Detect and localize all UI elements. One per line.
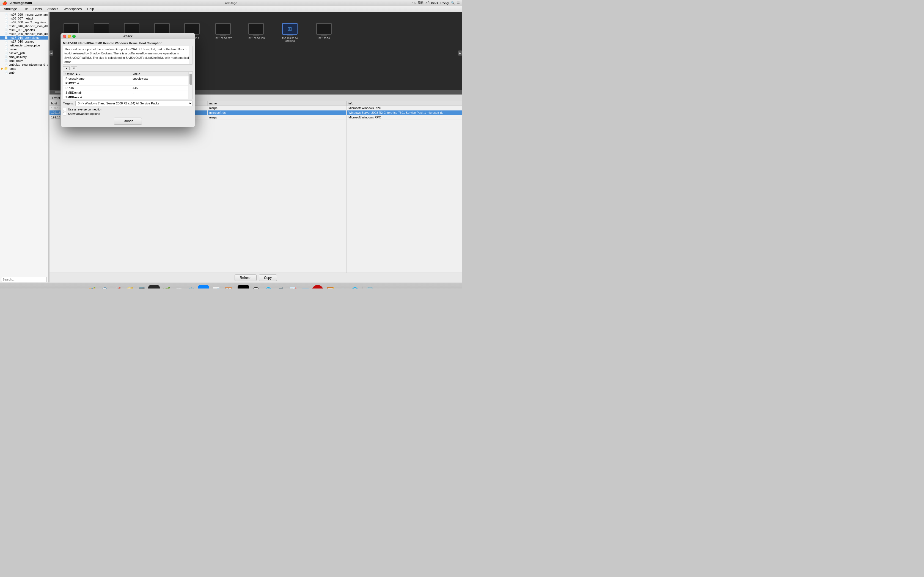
menu-attacks[interactable]: Attacks — [45, 6, 60, 11]
macos-bar-left: 🍎 ArmitageMain — [2, 1, 32, 5]
dock-dollar-terminal[interactable]: $ — [148, 285, 160, 289]
dock-sourcetree[interactable]: 🌿 — [161, 285, 172, 289]
option-value[interactable] — [130, 95, 189, 99]
sort-asc-button[interactable]: ▲ — [63, 66, 69, 70]
dock-finder[interactable]: 🗂️ — [86, 285, 98, 289]
tree-item-ms09[interactable]: 📄 ms09_050_smb2_negotiate_func_index — [0, 20, 48, 24]
option-value[interactable] — [130, 81, 189, 86]
dock-system-prefs[interactable]: ⚙️ — [185, 285, 197, 289]
dock-appstore[interactable]: A — [198, 285, 209, 289]
tree-item-label: netidentity_xtierrpcpipe — [9, 44, 40, 47]
dock-messages[interactable]: ✉️ — [299, 285, 311, 289]
options-scrollbar[interactable] — [189, 72, 192, 98]
copy-button[interactable]: Copy — [259, 274, 277, 281]
app-name-menu[interactable]: ArmitageMain — [10, 1, 32, 5]
host-192-168-50-153[interactable]: 192.168.50.153 — [247, 23, 265, 40]
menu-file[interactable]: File — [20, 6, 30, 11]
tree-item-psexec[interactable]: 📄 psexec — [0, 47, 48, 51]
module-title: MS17-010 EternalBlue SMB Remote Windows … — [63, 42, 193, 45]
menu-hosts[interactable]: Hosts — [31, 6, 44, 11]
info-cell: Microsoft Windows RPC — [347, 115, 462, 120]
tree-item-ms15[interactable]: 📄 ms15_020_shortcut_icon_dllloader — [0, 32, 48, 36]
dock-chrome[interactable]: 🌐 — [349, 285, 360, 289]
dock-jetbrains[interactable]: J — [237, 285, 249, 289]
menu-armitage[interactable]: Armitage — [2, 6, 19, 11]
tree-item-label: timbuktu_plughntcommand_bof — [9, 63, 48, 66]
host-192-168-50-x[interactable]: 192.168.50. — [316, 23, 332, 40]
option-value[interactable]: . — [130, 90, 189, 95]
option-value[interactable]: 445 — [130, 86, 189, 90]
dock-launchpad[interactable]: 🚀 — [111, 285, 123, 289]
host-192-168-50-217[interactable]: 192.168.50.217 — [215, 23, 232, 40]
option-value[interactable]: spoolsv.exe — [130, 76, 189, 81]
sort-desc-button[interactable]: ▼ — [71, 66, 77, 70]
dock-siri[interactable]: 🌊 — [99, 285, 110, 289]
host-monitor — [248, 23, 264, 35]
dock-trash[interactable]: 🗑️ — [364, 285, 376, 289]
menu-help[interactable]: Help — [85, 6, 96, 11]
dock-netease[interactable]: ♪ — [312, 285, 323, 289]
col-name[interactable]: name — [207, 101, 346, 106]
dock-vscode[interactable]: 📝 — [287, 285, 299, 289]
tree-item-label: ms10_061_spoolss — [9, 28, 35, 32]
dock-windows[interactable]: 🪟 — [223, 285, 234, 289]
dialog-description: This module is a port of the Equation Gr… — [63, 46, 193, 64]
dock-music[interactable]: 🎵 — [275, 285, 286, 289]
tree-item-ms10-shortcut[interactable]: 📄 ms10_046_shortcut_icon_dllloader — [0, 24, 48, 28]
col-value[interactable]: Value — [130, 72, 189, 76]
reverse-connection-checkbox[interactable] — [63, 108, 66, 111]
file-icon: 📄 — [5, 63, 8, 66]
tree-item-ms10-spoolss[interactable]: 📄 ms10_061_spoolss — [0, 28, 48, 32]
tree-item-ms08[interactable]: 📄 ms08_067_netapi — [0, 16, 48, 20]
dock-safari[interactable]: 🧭 — [123, 285, 135, 289]
description-scrollbar[interactable] — [189, 46, 192, 64]
option-row[interactable]: RHOST ✚ — [63, 81, 189, 86]
info-row-selected[interactable]: Windows Server 2008 R2 Enterprise 7601 S… — [347, 110, 462, 115]
show-advanced-checkbox[interactable] — [63, 112, 66, 115]
graph-scroll-right[interactable]: ▶ — [458, 50, 462, 56]
spotlight-icon[interactable]: 🔍 — [451, 1, 455, 5]
tree-item-smtp[interactable]: ▶ 📁 smtp — [0, 66, 48, 71]
dock-activity-monitor[interactable]: 📊 — [210, 285, 222, 289]
refresh-button[interactable]: Refresh — [234, 274, 257, 281]
menu-workspaces[interactable]: Workspaces — [61, 6, 84, 11]
dock-java[interactable]: ☕ — [337, 285, 348, 289]
targets-select[interactable]: 0 => Windows 7 and Server 2008 R2 (x64) … — [75, 101, 193, 106]
launch-button[interactable]: Launch — [114, 118, 142, 125]
tree-item-smb[interactable]: 📄 smb — [0, 71, 48, 74]
minimize-button[interactable] — [68, 35, 71, 38]
tree-item-smb-delivery[interactable]: 📄 smb_delivery — [0, 55, 48, 59]
options-scroll-thumb[interactable] — [189, 74, 192, 85]
search-input[interactable] — [1, 277, 47, 282]
info-row[interactable]: Microsoft Windows RPC — [347, 115, 462, 120]
host-192-168-50-94[interactable]: 192.168.50.94xiaoming — [282, 23, 298, 42]
tree-item-timbuktu[interactable]: 📄 timbuktu_plughntcommand_bof — [0, 63, 48, 66]
host-label: 192.168.50.94xiaoming — [282, 37, 298, 42]
col-option[interactable]: Option ▲ — [63, 72, 130, 76]
tree-item-ms17-psexec[interactable]: 📄 ms17_010_psexec — [0, 40, 48, 44]
tree-item-smb-relay[interactable]: 📄 smb_relay — [0, 59, 48, 63]
tree-item-ms17-eternalblue[interactable]: 📄 ms17_010_eternalblue — [0, 36, 48, 40]
file-icon: 📄 — [5, 60, 8, 62]
option-row[interactable]: SMBPass ✚ — [63, 95, 189, 99]
graph-scroll-left[interactable]: ◀ — [50, 50, 53, 56]
dock-preview[interactable]: 🖼️ — [324, 285, 336, 289]
macos-top-bar: 🍎 ArmitageMain Armitage 16 周日 上午10:21 Ro… — [0, 0, 462, 6]
dock-wechat[interactable]: 💬 — [250, 285, 262, 289]
maximize-button[interactable] — [72, 35, 76, 38]
option-row[interactable]: ProcessName spoolsv.exe — [63, 76, 189, 81]
file-icon: 📄 — [5, 48, 8, 51]
option-row[interactable]: RPORT 445 — [63, 86, 189, 90]
dock-network[interactable]: 🌐 — [262, 285, 274, 289]
apple-logo[interactable]: 🍎 — [2, 1, 7, 5]
notification-icon[interactable]: ☰ — [457, 1, 460, 5]
tree-item-ms07[interactable]: 📄 ms07_029_msdns_zonename — [0, 13, 48, 16]
col-info[interactable]: info — [347, 101, 462, 106]
info-row[interactable]: Microsoft Windows RPC — [347, 106, 462, 110]
tree-item-psexec-psh[interactable]: 📄 psexec_psh — [0, 51, 48, 55]
tree-item-netidentity[interactable]: 📄 netidentity_xtierrpcpipe — [0, 44, 48, 47]
dock-book[interactable]: 📖 — [173, 285, 184, 289]
close-button[interactable] — [63, 35, 66, 38]
dock-terminal[interactable]: 🖥️ — [136, 285, 147, 289]
option-row[interactable]: SMBDomain . — [63, 90, 189, 95]
